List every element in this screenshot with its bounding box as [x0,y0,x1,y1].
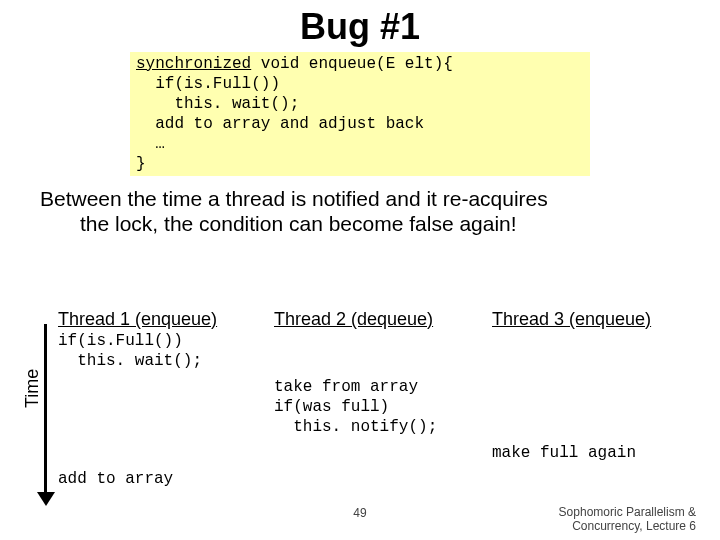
code-block: synchronized void enqueue(E elt){ if(is.… [130,52,590,176]
thread-3-step-3: make full again [492,443,690,463]
code-line-3: this. wait(); [136,95,299,113]
thread-row-3: make full again [58,443,710,463]
thread-1-header: Thread 1 (enqueue) [58,308,256,331]
thread-1-step-1: if(is.Full()) this. wait(); [58,331,256,371]
footer-right: Sophomoric Parallelism & Concurrency, Le… [559,506,696,534]
code-line-1b: void enqueue(E elt){ [251,55,453,73]
explanation-text: Between the time a thread is notified an… [40,186,680,236]
thread-2-header: Thread 2 (dequeue) [274,308,474,331]
thread-1-step-2 [58,377,256,437]
code-line-5: … [136,135,165,153]
page-number: 49 [353,506,366,520]
thread-header-row: Thread 1 (enqueue) Thread 2 (dequeue) Th… [58,308,710,331]
thread-1-step-3 [58,443,256,463]
footer-right-1: Sophomoric Parallelism & [559,505,696,519]
thread-3-step-4 [492,469,690,489]
explain-line-2: the lock, the condition can become false… [80,211,680,236]
code-line-2: if(is.Full()) [136,75,280,93]
time-axis: Time [26,320,54,520]
thread-1-step-4: add to array [58,469,256,489]
thread-2-step-1 [274,331,474,371]
thread-3-step-1 [492,331,690,371]
slide-footer: 49 Sophomoric Parallelism & Concurrency,… [0,506,720,534]
thread-row-2: take from array if(was full) this. notif… [58,377,710,437]
footer-right-2: Concurrency, Lecture 6 [572,519,696,533]
thread-3-header: Thread 3 (enqueue) [492,308,690,331]
thread-2-step-4 [274,469,474,489]
thread-2-step-2: take from array if(was full) this. notif… [274,377,474,437]
thread-row-4: add to array [58,469,710,489]
thread-grid: Thread 1 (enqueue) Thread 2 (dequeue) Th… [58,308,710,489]
thread-3-step-2 [492,377,690,437]
time-label: Time [22,369,43,408]
arrow-line [44,324,47,498]
code-line-4: add to array and adjust back [136,115,424,133]
arrow-down-icon [37,492,55,506]
slide-title: Bug #1 [0,6,720,48]
explain-line-1: Between the time a thread is notified an… [40,186,680,211]
thread-row-1: if(is.Full()) this. wait(); [58,331,710,371]
keyword-synchronized: synchronized [136,55,251,73]
thread-2-step-3 [274,443,474,463]
code-line-6: } [136,155,146,173]
